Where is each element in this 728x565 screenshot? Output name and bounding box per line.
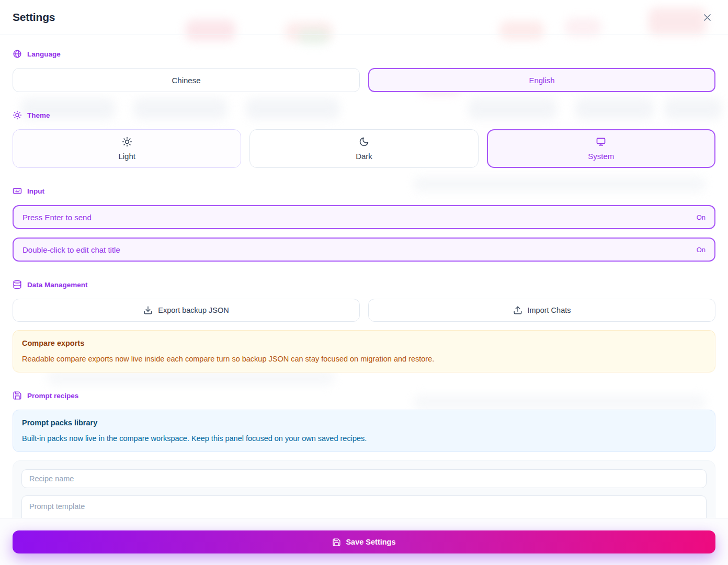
database-icon <box>13 280 22 289</box>
upload-icon <box>513 306 522 315</box>
section-language: Language Chinese English <box>13 49 715 92</box>
toggle-double-click-edit-title[interactable]: Double-click to edit chat title On <box>13 238 715 262</box>
notice-body: Built-in packs now live in the compare w… <box>22 433 706 444</box>
language-option-english[interactable]: English <box>368 68 715 92</box>
prompt-packs-library-notice: Prompt packs library Built-in packs now … <box>13 410 715 452</box>
theme-option-label: Light <box>118 152 135 161</box>
theme-option-system[interactable]: System <box>487 129 715 168</box>
section-data-management: Data Management Export backup JSON Impor… <box>13 280 715 372</box>
section-theme: Theme Light Dark <box>13 110 715 168</box>
notice-body: Readable compare exports now live inside… <box>22 354 706 365</box>
prompt-recipes-section-label: Prompt recipes <box>13 391 715 400</box>
download-icon <box>143 306 153 315</box>
import-chats-button[interactable]: Import Chats <box>368 299 715 322</box>
sun-small-icon <box>13 110 22 120</box>
keyboard-icon <box>13 186 22 196</box>
language-section-label: Language <box>13 49 715 59</box>
recipe-name-input[interactable] <box>21 469 707 488</box>
action-button-label: Import Chats <box>528 306 571 314</box>
data-management-section-label: Data Management <box>13 280 715 289</box>
export-backup-json-button[interactable]: Export backup JSON <box>13 299 360 322</box>
modal-footer: Save Settings <box>0 518 728 565</box>
toggle-label: Press Enter to send <box>22 213 92 222</box>
action-button-label: Export backup JSON <box>158 306 229 314</box>
monitor-icon <box>596 137 606 147</box>
sun-icon <box>122 137 132 147</box>
toggle-label: Double-click to edit chat title <box>22 245 120 254</box>
settings-modal: Settings Language Chinese English <box>0 0 728 565</box>
theme-option-light[interactable]: Light <box>13 129 241 168</box>
moon-icon <box>359 137 369 147</box>
theme-option-label: Dark <box>356 152 372 161</box>
close-button[interactable] <box>700 10 714 25</box>
notice-title: Compare exports <box>22 338 706 349</box>
close-icon <box>702 13 712 22</box>
save-settings-button[interactable]: Save Settings <box>13 530 715 553</box>
theme-section-label: Theme <box>13 110 715 120</box>
modal-content: Language Chinese English Theme <box>0 35 728 565</box>
modal-header: Settings <box>0 0 728 35</box>
save-icon <box>332 538 341 547</box>
theme-option-label: System <box>588 152 614 161</box>
globe-icon <box>13 49 22 59</box>
compare-exports-notice: Compare exports Readable compare exports… <box>13 330 715 372</box>
section-input: Input Press Enter to send On Double-clic… <box>13 186 715 262</box>
page-title: Settings <box>13 11 55 24</box>
input-section-label: Input <box>13 186 715 196</box>
language-option-chinese[interactable]: Chinese <box>13 68 360 92</box>
toggle-state-badge: On <box>697 246 706 254</box>
notice-title: Prompt packs library <box>22 417 706 428</box>
save-settings-label: Save Settings <box>346 538 395 546</box>
settings-screen: Settings Language Chinese English <box>0 0 728 565</box>
toggle-state-badge: On <box>697 213 706 221</box>
save-file-icon <box>13 391 22 400</box>
theme-option-dark[interactable]: Dark <box>249 129 478 168</box>
toggle-press-enter-to-send[interactable]: Press Enter to send On <box>13 205 715 229</box>
